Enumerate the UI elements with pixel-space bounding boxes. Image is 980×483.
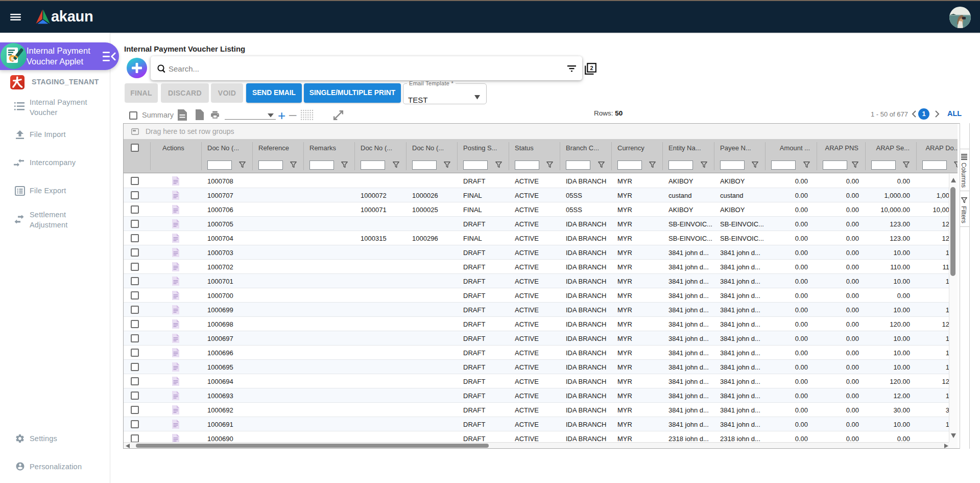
svg-text:2: 2 [590,65,593,71]
